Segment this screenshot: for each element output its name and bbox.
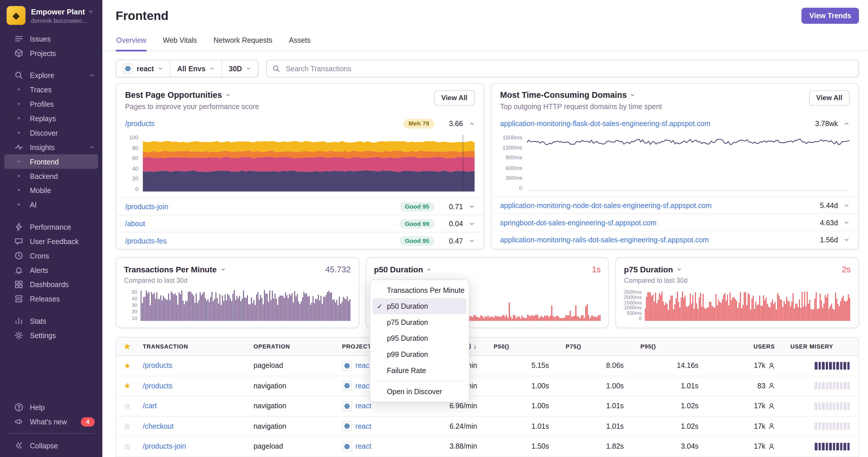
sidebar-item-dashboards[interactable]: Dashboards [0,277,102,292]
sidebar-item-what-s-new[interactable]: What's new4 [0,415,102,429]
sidebar-item-explore[interactable]: Explore [0,68,102,83]
star-toggle[interactable]: ★ [116,382,138,390]
menu-item-failure-rate[interactable]: Failure Rate [373,362,467,379]
tab-network-requests[interactable]: Network Requests [213,33,273,50]
sidebar-item-backend[interactable]: •Backend [0,169,102,183]
sidebar-item-stats[interactable]: Stats [0,314,102,328]
search-input[interactable] [284,64,853,73]
sidebar-item-projects[interactable]: Projects [0,46,102,60]
project-filter[interactable]: react [116,60,170,77]
org-switcher[interactable]: ◆ Empower Plant dominik.buszowiec... [0,0,102,31]
sidebar-item-insights[interactable]: Insights [0,140,102,154]
org-name: Empower Plant [31,7,85,16]
sidebar-item-mobile[interactable]: •Mobile [0,183,102,198]
column-header-p75[interactable]: P75() [554,343,628,350]
opportunity-row-expanded: /products Meh 79 3.66 [116,115,484,132]
chevron-down-icon[interactable] [469,221,475,227]
column-header-transaction[interactable]: TRANSACTION [138,343,249,350]
domain-link[interactable]: application-monitoring-flask-dot-sales-e… [500,119,810,128]
project-link[interactable]: react [355,382,371,390]
column-header-star[interactable]: ★ [116,342,138,351]
column-header-p95[interactable]: P95() [628,343,703,350]
sidebar-item-alerts[interactable]: Alerts [0,263,102,277]
transaction-link[interactable]: /products-join [143,442,186,451]
atom-icon [344,443,350,450]
transaction-link[interactable]: /cart [143,402,157,410]
column-header-p50[interactable]: P50() [482,343,554,350]
menu-item-label: Failure Rate [387,366,426,375]
chevron-down-icon[interactable] [843,202,849,208]
domain-link[interactable]: application-monitoring-rails-dot-sales-e… [500,235,814,244]
menu-item-p99-duration[interactable]: p99 Duration [373,347,467,363]
atom-icon [344,403,350,410]
domains-view-all-button[interactable]: View All [809,90,849,106]
transaction-link[interactable]: /products [143,361,173,370]
domain-link[interactable]: springboot-dot-sales-engineering-sf.apps… [500,219,814,227]
chevron-up-icon[interactable] [843,120,849,126]
sidebar-item-collapse[interactable]: Collapse [0,438,102,453]
star-toggle[interactable]: ★ [116,361,138,370]
view-trends-button[interactable]: View Trends [802,8,859,24]
column-header-operation[interactable]: OPERATION [249,343,338,350]
metric-select-p75-duration[interactable]: p75 Duration [624,265,682,274]
app-window: ◆ Empower Plant dominik.buszowiec... Iss… [0,0,868,457]
page-link[interactable]: /products [125,119,398,128]
star-toggle[interactable]: ☆ [116,442,138,451]
opportunities-title-select[interactable]: Best Page Opportunities [125,90,434,100]
bullet-icon: • [14,86,23,94]
chevron-down-icon[interactable] [469,238,475,244]
metric-select-transactions-per-minute[interactable]: Transactions Per Minute [124,265,226,274]
opportunities-view-all-button[interactable]: View All [434,90,474,106]
menu-item-p75-duration[interactable]: p75 Duration [373,314,467,330]
sidebar-item-releases[interactable]: Releases [0,292,102,306]
page-link[interactable]: /about [125,219,394,228]
transaction-link[interactable]: /products [143,382,173,390]
date-range-filter[interactable]: 30D [222,60,258,77]
column-header-users[interactable]: USERS [703,343,781,350]
tab-assets[interactable]: Assets [288,33,311,50]
sidebar-item-ai[interactable]: •AI [0,198,102,212]
star-toggle[interactable]: ☆ [116,402,138,411]
tab-overview[interactable]: Overview [116,33,147,50]
sidebar-item-frontend[interactable]: •Frontend [4,154,98,169]
releases-icon [14,294,23,303]
page-link[interactable]: /products-join [125,202,394,210]
tab-web-vitals[interactable]: Web Vitals [162,33,197,50]
sidebar-item-replays[interactable]: •Replays [0,111,102,126]
sidebar-item-performance[interactable]: Performance [0,220,102,234]
menu-item-open-in-discover[interactable]: Open in Discover [373,384,467,400]
page-link[interactable]: /products-fes [125,236,394,245]
chevron-down-icon[interactable] [843,219,849,225]
environment-filter[interactable]: All Envs [170,60,222,77]
column-header-user-misery[interactable]: USER MISERY [780,343,858,350]
sidebar-item-profiles[interactable]: •Profiles [0,97,102,111]
chevron-down-icon[interactable] [469,203,475,209]
sidebar-item-user-feedback[interactable]: User Feedback [0,234,102,249]
sidebar-item-crons[interactable]: Crons [0,249,102,263]
opportunity-row: /products-joinGood 950.71 [116,198,484,215]
menu-item-p95-duration[interactable]: p95 Duration [373,330,467,347]
domain-link[interactable]: application-monitoring-node-dot-sales-en… [500,201,814,209]
project-link[interactable]: react [355,422,371,430]
sidebar-item-label: User Feedback [30,237,79,246]
project-link[interactable]: react [355,361,371,370]
search-icon [14,71,23,80]
chevron-up-icon[interactable] [469,120,475,126]
sidebar-item-traces[interactable]: •Traces [0,83,102,97]
domains-title-select[interactable]: Most Time-Consuming Domains [500,90,809,100]
project-link[interactable]: react [355,442,371,451]
settings-icon [14,331,23,340]
metric-select-p50-duration[interactable]: p50 Duration [374,265,432,274]
sidebar-item-help[interactable]: Help [0,400,102,415]
chevron-down-icon [210,66,215,71]
menu-item-p50-duration[interactable]: ✓p50 Duration [373,298,467,315]
sidebar-item-settings[interactable]: Settings [0,328,102,342]
menu-item-transactions-per-minute[interactable]: Transactions Per Minute [373,282,467,298]
sidebar-item-discover[interactable]: •Discover [0,126,102,140]
misery-bar [843,402,846,410]
chevron-down-icon[interactable] [843,236,849,242]
transaction-link[interactable]: /checkout [143,422,174,430]
project-link[interactable]: react [355,402,371,410]
star-toggle[interactable]: ☆ [116,422,138,431]
sidebar-item-issues[interactable]: Issues [0,31,102,46]
